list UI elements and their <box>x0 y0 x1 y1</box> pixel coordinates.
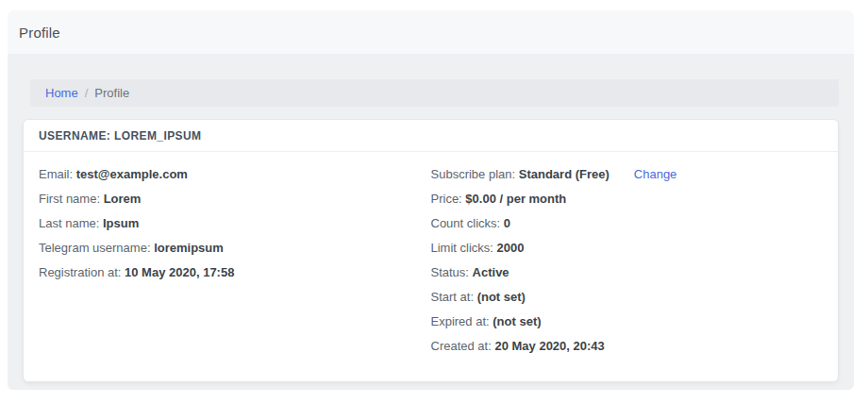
breadcrumb-home-link[interactable]: Home <box>45 86 78 100</box>
field-row: Status: Active <box>431 264 824 280</box>
profile-details-left-column: Email: test@example.comFirst name: Lorem… <box>39 166 431 362</box>
field-label: Count clicks: <box>431 216 504 230</box>
field-value: (not set) <box>492 314 541 328</box>
breadcrumb-current: Profile <box>94 86 129 100</box>
field-value: Standard (Free) <box>519 167 609 181</box>
field-label: Created at: <box>431 339 495 353</box>
field-value: 10 May 2020, 17:58 <box>125 265 234 279</box>
field-value: test@example.com <box>76 167 188 181</box>
field-row: Subscribe plan: Standard (Free)Change <box>431 166 824 182</box>
field-label: Telegram username: <box>39 241 154 255</box>
change-plan-link[interactable]: Change <box>634 167 677 181</box>
profile-details-right-column: Subscribe plan: Standard (Free)ChangePri… <box>431 166 824 362</box>
field-label: Registration at: <box>39 265 125 279</box>
field-row: First name: Lorem <box>39 191 431 207</box>
field-value: Ipsum <box>103 216 139 230</box>
field-value: loremipsum <box>154 241 224 255</box>
field-value: 2000 <box>497 241 525 255</box>
field-label: First name: <box>39 192 104 206</box>
page-header: Profile <box>8 10 854 54</box>
field-row: Created at: 20 May 2020, 20:43 <box>431 338 824 354</box>
field-row: Last name: Ipsum <box>39 215 431 231</box>
field-label: Subscribe plan: <box>431 167 519 181</box>
page-title: Profile <box>19 25 60 41</box>
field-value: 0 <box>504 216 510 230</box>
breadcrumb-separator: / <box>85 86 89 100</box>
field-label: Limit clicks: <box>431 241 497 255</box>
field-row: Start at: (not set) <box>431 289 824 305</box>
field-value: (not set) <box>477 290 526 304</box>
field-row: Count clicks: 0 <box>431 215 824 231</box>
field-value: $0.00 / per month <box>465 192 566 206</box>
profile-card-body: Email: test@example.comFirst name: Lorem… <box>24 152 838 381</box>
field-label: Expired at: <box>431 314 493 328</box>
field-value: 20 May 2020, 20:43 <box>494 339 604 353</box>
field-row: Registration at: 10 May 2020, 17:58 <box>39 264 431 280</box>
field-row: Price: $0.00 / per month <box>431 191 824 207</box>
breadcrumb: Home / Profile <box>30 79 839 107</box>
field-row: Telegram username: loremipsum <box>39 240 431 256</box>
field-label: Email: <box>39 167 76 181</box>
field-row: Expired at: (not set) <box>431 313 824 329</box>
field-row: Email: test@example.com <box>39 166 431 182</box>
field-label: Last name: <box>39 216 103 230</box>
field-label: Start at: <box>431 290 477 304</box>
field-value: Active <box>473 265 509 279</box>
field-label: Status: <box>431 265 473 279</box>
content-area: Home / Profile USERNAME: LOREM_IPSUM Ema… <box>8 54 854 390</box>
profile-card-header: USERNAME: LOREM_IPSUM <box>24 120 838 152</box>
field-value: Lorem <box>104 192 142 206</box>
profile-card: USERNAME: LOREM_IPSUM Email: test@exampl… <box>23 119 839 382</box>
field-row: Limit clicks: 2000 <box>431 240 824 256</box>
app-frame: Profile Home / Profile USERNAME: LOREM_I… <box>8 10 854 390</box>
field-label: Price: <box>431 192 466 206</box>
